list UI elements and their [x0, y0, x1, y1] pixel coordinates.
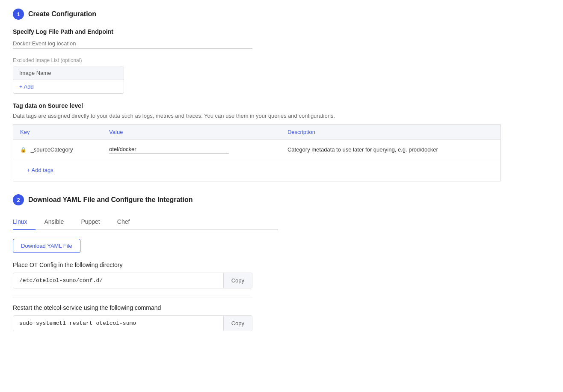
excluded-image-section: Excluded Image List (optional) Image Nam… — [13, 57, 550, 94]
table-row: 🔒 _sourceCategory Category metadata to u… — [13, 140, 501, 159]
copy-directory-button[interactable]: Copy — [223, 273, 252, 288]
config-directory-value: /etc/otelcol-sumo/conf.d/ — [13, 273, 223, 288]
col-description: Description — [281, 125, 501, 140]
section-2-title: Download YAML File and Configure the Int… — [28, 196, 193, 204]
copy-command-button[interactable]: Copy — [223, 316, 252, 331]
add-tags-button[interactable]: + Add tags — [20, 163, 60, 178]
tag-value-input[interactable] — [109, 145, 229, 154]
add-image-button[interactable]: + Add — [13, 80, 124, 93]
section-2: 2 Download YAML File and Configure the I… — [13, 194, 550, 331]
log-file-input[interactable] — [13, 39, 252, 49]
tag-section-title: Tag data on Source level — [13, 102, 550, 109]
tab-chef[interactable]: Chef — [109, 214, 139, 230]
section-2-number: 2 — [13, 194, 24, 205]
image-name-table: Image Name + Add — [13, 66, 124, 94]
tags-table: Key Value Description 🔒 _sourceCategory … — [13, 124, 501, 181]
restart-command-value: sudo systemctl restart otelcol-sumo — [13, 316, 223, 331]
key-cell: 🔒 _sourceCategory — [13, 140, 103, 159]
tab-ansible[interactable]: Ansible — [36, 214, 72, 230]
tag-data-section: Tag data on Source level Data tags are a… — [13, 102, 550, 181]
tab-puppet[interactable]: Puppet — [72, 214, 108, 230]
col-key: Key — [13, 125, 103, 140]
image-name-table-header: Image Name — [13, 66, 124, 80]
tags-table-header-row: Key Value Description — [13, 125, 501, 140]
tag-section-desc: Data tags are assigned directly to your … — [13, 113, 550, 119]
section-1-title: Create Configuration — [28, 10, 96, 18]
restart-label: Restart the otelcol-service using the fo… — [13, 304, 550, 311]
log-file-subtitle: Specify Log File Path and Endpoint — [13, 28, 550, 35]
download-yaml-button[interactable]: Download YAML File — [13, 239, 80, 253]
excluded-image-label: Excluded Image List (optional) — [13, 57, 550, 63]
key-value: _sourceCategory — [31, 146, 73, 153]
lock-icon: 🔒 — [20, 147, 27, 153]
tabs-bar: Linux Ansible Puppet Chef — [13, 214, 278, 230]
section-1-header: 1 Create Configuration — [13, 9, 550, 20]
section-1-number: 1 — [13, 9, 24, 20]
section-1: 1 Create Configuration Specify Log File … — [13, 9, 550, 181]
tab-linux[interactable]: Linux — [13, 214, 36, 230]
config-directory-row: /etc/otelcol-sumo/conf.d/ Copy — [13, 273, 252, 288]
description-cell: Category metadata to use later for query… — [281, 140, 501, 159]
log-file-section: Specify Log File Path and Endpoint — [13, 28, 550, 57]
place-config-label: Place OT Config in the following directo… — [13, 261, 550, 268]
add-tags-cell: + Add tags — [13, 159, 501, 181]
add-tags-row: + Add tags — [13, 159, 501, 181]
col-value: Value — [102, 125, 281, 140]
restart-command-row: sudo systemctl restart otelcol-sumo Copy — [13, 315, 252, 331]
value-cell — [102, 140, 281, 159]
divider — [13, 297, 252, 297]
section-2-header: 2 Download YAML File and Configure the I… — [13, 194, 550, 205]
